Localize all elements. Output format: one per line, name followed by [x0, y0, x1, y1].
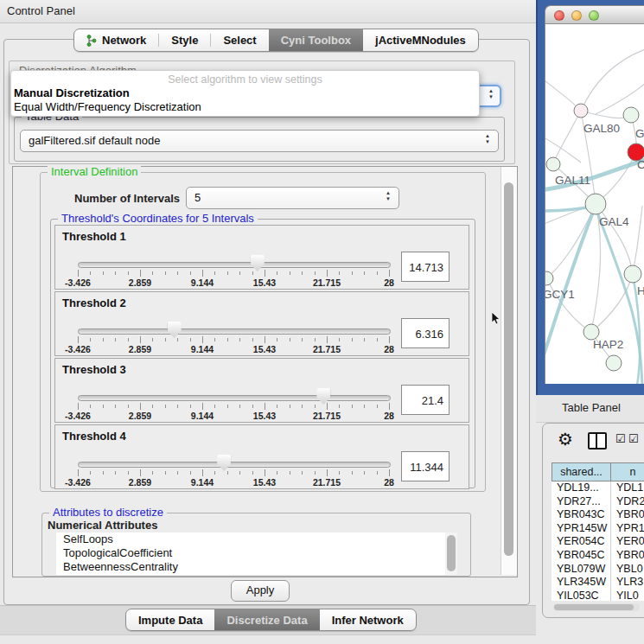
table-row[interactable]: YBR043CYBR0 — [552, 508, 644, 522]
tick-label: 2.859 — [129, 277, 151, 288]
number-of-intervals-combobox[interactable]: 5 ▲▼ — [186, 187, 399, 209]
table-cell[interactable]: YBL079W — [552, 563, 611, 577]
table-row[interactable]: YBR045CYBR0 — [552, 549, 644, 563]
network-node[interactable] — [585, 194, 606, 214]
table-cell[interactable]: YBR043C — [552, 508, 611, 522]
tab-network[interactable]: Network — [74, 29, 158, 51]
stepper-arrows-icon: ▲▼ — [483, 133, 492, 149]
table-row[interactable]: YPR145WYPR1 — [552, 522, 644, 536]
network-icon — [86, 35, 97, 47]
split-columns-icon[interactable] — [588, 432, 607, 450]
table-cell[interactable]: YDR2 — [611, 495, 644, 509]
scrollbar-thumb[interactable] — [504, 182, 513, 556]
tick-mark — [327, 336, 328, 343]
tab-jactivemnodules[interactable]: jActiveMNodules — [363, 29, 478, 51]
table-row[interactable]: YDL19...YDL1 — [552, 481, 644, 495]
table-cell[interactable]: YLR345W — [552, 576, 611, 590]
column-header[interactable]: shared... — [552, 462, 611, 481]
threshold-label: Threshold 1 — [62, 230, 126, 243]
tab-discretize-data[interactable]: Discretize Data — [214, 609, 319, 630]
threshold-slider[interactable]: -3.4262.8599.14415.4321.71528 — [78, 383, 389, 421]
threshold-value-field[interactable]: 6.316 — [401, 318, 450, 348]
minimize-traffic-light-icon[interactable] — [571, 10, 582, 21]
tick-mark — [152, 405, 153, 408]
table-cell[interactable]: YBR045C — [552, 549, 611, 563]
tab-impute-data[interactable]: Impute Data — [126, 609, 214, 630]
slider-track[interactable] — [78, 328, 391, 335]
network-edge[interactable] — [591, 274, 633, 332]
network-canvas[interactable]: GAL80GACGAL11GAL4GCY1HHAP2 — [545, 24, 644, 384]
numerical-attributes-list[interactable]: SelfLoopsTopologicalCoefficientBetweenne… — [56, 532, 457, 575]
tab-cyni-toolbox[interactable]: Cyni Toolbox — [269, 29, 363, 51]
settings-scrollbar[interactable] — [501, 167, 517, 575]
tick-mark — [115, 405, 116, 408]
tick-label: 28 — [384, 277, 394, 288]
node-attribute-table[interactable]: shared...n YDL19...YDL1YDR27...YDR2YBR04… — [552, 462, 644, 601]
threshold-panel-1: Threshold 1-3.4262.8599.14415.4321.71528… — [54, 225, 469, 290]
tick-mark — [389, 270, 390, 277]
slider-track[interactable] — [78, 462, 391, 468]
network-edge[interactable] — [633, 206, 642, 274]
gear-icon[interactable]: ⚙ — [558, 429, 573, 450]
scrollbar-thumb[interactable] — [447, 535, 456, 571]
table-cell[interactable]: YER054C — [552, 535, 611, 549]
popup-option-equal-width[interactable]: Equal Width/Frequency Discretization — [14, 100, 201, 113]
slider-ticks — [78, 469, 389, 477]
column-header[interactable]: n — [610, 462, 644, 481]
network-node[interactable] — [624, 265, 641, 283]
table-cell[interactable]: YPR145W — [552, 522, 611, 536]
table-horizontal-scrollbar[interactable] — [553, 603, 640, 611]
table-cell[interactable]: YIL053C — [552, 590, 611, 601]
table-cell[interactable]: YLR3 — [611, 576, 644, 590]
popup-placeholder-option[interactable]: Select algorithm to view settings — [11, 73, 479, 86]
network-edge[interactable] — [581, 48, 644, 111]
network-node[interactable] — [623, 107, 639, 123]
checkbox-icon[interactable]: ☑ — [628, 432, 639, 445]
table-cell[interactable]: YBR0 — [611, 508, 644, 522]
table-row[interactable]: YIL053CYIL0 — [552, 590, 644, 601]
tick-mark — [78, 270, 79, 277]
tab-style[interactable]: Style — [159, 29, 210, 51]
network-edge[interactable] — [553, 111, 581, 164]
popup-option-manual[interactable]: Manual Discretization — [14, 86, 130, 99]
tick-mark — [190, 271, 191, 275]
zoom-traffic-light-icon[interactable] — [589, 10, 599, 21]
threshold-slider[interactable]: -3.4262.8599.14415.4321.71528 — [78, 316, 389, 354]
tab-infer-network[interactable]: Infer Network — [320, 609, 416, 630]
table-row[interactable]: YLR345WYLR3 — [552, 576, 644, 590]
table-cell[interactable]: YDL19... — [552, 481, 611, 495]
table-cell[interactable]: YDL1 — [611, 481, 644, 495]
table-cell[interactable]: YIL0 — [611, 590, 644, 601]
table-row[interactable]: YER054CYER0 — [552, 535, 644, 549]
threshold-slider[interactable]: -3.4262.8599.14415.4321.71528 — [78, 450, 389, 488]
attribute-list-item[interactable]: BetweennessCentrality — [56, 560, 457, 574]
table-cell[interactable]: YDR27... — [552, 495, 611, 509]
threshold-value-field[interactable]: 14.713 — [401, 252, 450, 282]
threshold-value-field[interactable]: 21.4 — [401, 385, 450, 415]
scrollbar-thumb[interactable] — [554, 604, 634, 610]
tab-select[interactable]: Select — [211, 29, 268, 51]
network-node[interactable] — [546, 157, 560, 171]
apply-button[interactable]: Apply — [231, 580, 290, 602]
network-node[interactable] — [606, 355, 622, 371]
slider-track[interactable] — [78, 395, 391, 401]
table-cell[interactable]: YBL0 — [611, 563, 644, 577]
threshold-value-field[interactable]: 11.344 — [401, 451, 450, 481]
attributes-scrollbar[interactable] — [445, 532, 457, 575]
attribute-list-item[interactable]: SelfLoops — [56, 532, 457, 546]
attribute-list-item[interactable]: TopologicalCoefficient — [56, 546, 457, 560]
slider-track[interactable] — [78, 262, 391, 268]
table-row[interactable]: YBL079WYBL0 — [552, 563, 644, 577]
network-node[interactable] — [574, 104, 588, 118]
close-traffic-light-icon[interactable] — [554, 10, 564, 21]
table-cell[interactable]: YBR0 — [611, 549, 644, 563]
table-cell[interactable]: YPR1 — [611, 522, 644, 536]
table-data-combobox[interactable]: galFiltered.sif default node ▲▼ — [20, 130, 499, 152]
table-cell[interactable]: YER0 — [611, 535, 644, 549]
table-row[interactable]: YDR27...YDR2 — [552, 495, 644, 509]
checkbox-icon[interactable]: ☑ — [615, 432, 626, 445]
tick-mark — [227, 471, 228, 475]
threshold-slider[interactable]: -3.4262.8599.14415.4321.71528 — [78, 250, 389, 288]
network-window-titlebar[interactable] — [545, 5, 644, 24]
network-edge[interactable] — [546, 204, 596, 278]
